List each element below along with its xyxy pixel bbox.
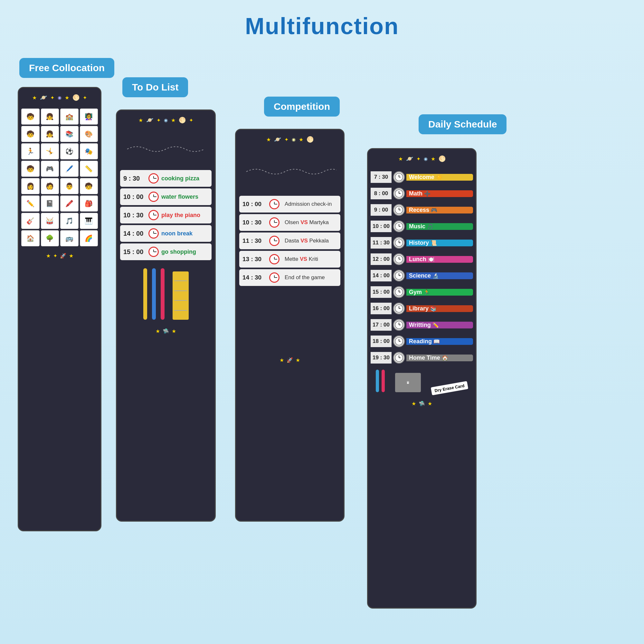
daily-subject: Writting ✏️ <box>406 322 473 328</box>
picture-card: 👧 <box>41 109 59 125</box>
daily-schedule-label: Daily Schedule <box>419 114 507 134</box>
panel-top-decor-4: ★🪐✦ ◉★ 🌕 <box>368 149 476 168</box>
daily-clock-icon <box>393 270 405 281</box>
clock-icon <box>148 228 159 239</box>
picture-card: 📏 <box>80 161 98 177</box>
todo-row: 9 : 30 cooking pizza <box>120 170 212 187</box>
clock-icon <box>269 272 279 283</box>
clock-icon <box>148 192 159 202</box>
competition-label-text: Dasta VS Pekkala <box>285 238 329 244</box>
daily-clock-icon <box>393 253 405 265</box>
clock-icon <box>269 199 279 209</box>
daily-schedule-row: 7 : 30 Welcome ☀️ <box>371 169 473 185</box>
picture-row: 🏃🤸⚽🎭 <box>21 143 98 159</box>
picture-card: 🏠 <box>21 230 40 246</box>
daily-subject: History 📜 <box>406 240 473 246</box>
daily-clock-icon <box>393 303 405 314</box>
clock-icon <box>148 247 159 257</box>
daily-time: 8 : 00 <box>371 188 392 199</box>
competition-time: 10 : 00 <box>242 201 267 208</box>
todo-time: 9 : 30 <box>123 175 146 182</box>
main-title: Multifunction <box>0 0 644 39</box>
competition-label: Competition <box>264 97 340 117</box>
to-do-list-panel: ★🪐✦ ◉★ 🌕✦ 9 : 30 cooking pizza 10 : 00 w… <box>116 109 216 522</box>
competition-panel: ★🪐✦ ◉★ 🌕 10 : 00 Admission check-in 10 :… <box>235 129 345 522</box>
todo-row: 10 : 30 play the piano <box>120 207 212 223</box>
todo-label: noon break <box>161 230 193 237</box>
panel-bottom-decor-2: ★🛸★ <box>117 323 215 339</box>
competition-row: 10 : 00 Admission check-in <box>239 196 340 213</box>
daily-clock-icon <box>393 171 405 183</box>
daily-schedule-row: 9 : 00 Recess 🎮 <box>371 202 473 218</box>
picture-card: 👨 <box>60 178 79 194</box>
daily-subject: Home Time 🏠 <box>406 355 473 361</box>
to-do-list-label: To Do List <box>122 77 188 97</box>
todo-time: 10 : 30 <box>123 212 146 219</box>
competition-row: 14 : 30 End of the game <box>239 269 340 286</box>
competition-label-text: Olsen VS Martyka <box>285 219 329 226</box>
daily-subject: Music 🎵 <box>406 223 473 230</box>
clock-icon <box>269 217 279 228</box>
daily-clock-icon <box>393 336 405 347</box>
picture-card: 🤸 <box>41 143 59 159</box>
picture-card: 🎵 <box>60 213 79 229</box>
daily-subject: Lunch 🍽️ <box>406 256 473 263</box>
picture-card: 🎒 <box>80 195 98 212</box>
daily-time: 16 : 00 <box>371 303 392 314</box>
picture-card: 🚌 <box>60 230 79 246</box>
picture-card: 🎹 <box>80 213 98 229</box>
todo-row: 15 : 00 go shopping <box>120 243 212 260</box>
todo-label: water flowers <box>161 194 198 200</box>
todo-time: 14 : 00 <box>123 230 146 237</box>
daily-schedule-row: 19 : 30 Home Time 🏠 <box>371 350 473 365</box>
todo-time: 15 : 00 <box>123 248 146 256</box>
picture-card: 👧 <box>41 126 59 142</box>
daily-schedule-row: 15 : 00 Gym 🏃 <box>371 284 473 300</box>
picture-card: 🧒 <box>21 161 40 177</box>
daily-subject: Reading 📖 <box>406 338 473 345</box>
daily-schedule-list: 7 : 30 Welcome ☀️ 8 : 00 Math ➕ 9 : 00 <box>368 169 476 365</box>
todo-label: cooking pizza <box>161 175 199 182</box>
daily-schedule-row: 12 : 00 Lunch 🍽️ <box>371 251 473 267</box>
todo-label: play the piano <box>161 212 200 219</box>
daily-time: 12 : 00 <box>371 253 392 265</box>
picture-card: 🖊️ <box>60 161 79 177</box>
picture-card: 🌳 <box>41 230 59 246</box>
picture-card: ⚽ <box>60 143 79 159</box>
daily-time: 17 : 00 <box>371 319 392 331</box>
daily-time: 15 : 00 <box>371 286 392 298</box>
picture-row: 🧒🎮🖊️📏 <box>21 161 98 177</box>
picture-card: 🥁 <box>41 213 59 229</box>
daily-schedule-row: 10 : 00 Music 🎵 <box>371 219 473 234</box>
daily-time: 9 : 00 <box>371 204 392 216</box>
competition-label-text: Admission check-in <box>285 201 332 207</box>
picture-row: 🏠🌳🚌🌈 <box>21 230 98 246</box>
competition-label-text: End of the game <box>285 274 325 281</box>
competition-time: 14 : 30 <box>242 274 267 281</box>
competition-time: 13 : 30 <box>242 256 267 263</box>
picture-card: 🖍️ <box>60 195 79 212</box>
picture-card: 🎮 <box>41 161 59 177</box>
daily-clock-icon <box>393 204 405 216</box>
picture-card: 🧒 <box>80 178 98 194</box>
daily-time: 7 : 30 <box>371 171 392 183</box>
panel-bottom-decor-3: ★🚀★ <box>236 352 344 368</box>
daily-clock-icon <box>393 319 405 331</box>
daily-clock-icon <box>393 237 405 249</box>
daily-clock-icon <box>393 188 405 199</box>
clock-icon <box>269 254 279 264</box>
panel-top-decor-3: ★🪐✦ ◉★ 🌕 <box>236 130 344 149</box>
todo-row: 10 : 00 water flowers <box>120 188 212 205</box>
picture-card: 🧒 <box>21 126 40 142</box>
daily-subject: Library 📚 <box>406 305 473 312</box>
free-collocation-label: Free Collocation <box>19 58 114 78</box>
clock-icon <box>269 236 279 246</box>
competition-time: 10 : 30 <box>242 219 267 226</box>
daily-clock-icon <box>393 221 405 232</box>
todo-list-rows: 9 : 30 cooking pizza 10 : 00 water flowe… <box>117 170 215 260</box>
picture-card: ✏️ <box>21 195 40 212</box>
daily-time: 19 : 30 <box>371 352 392 364</box>
picture-row: 👩🧑👨🧒 <box>21 178 98 194</box>
picture-card: 🏫 <box>60 109 79 125</box>
panel-top-decor-2: ★🪐✦ ◉★ 🌕✦ <box>117 110 215 130</box>
